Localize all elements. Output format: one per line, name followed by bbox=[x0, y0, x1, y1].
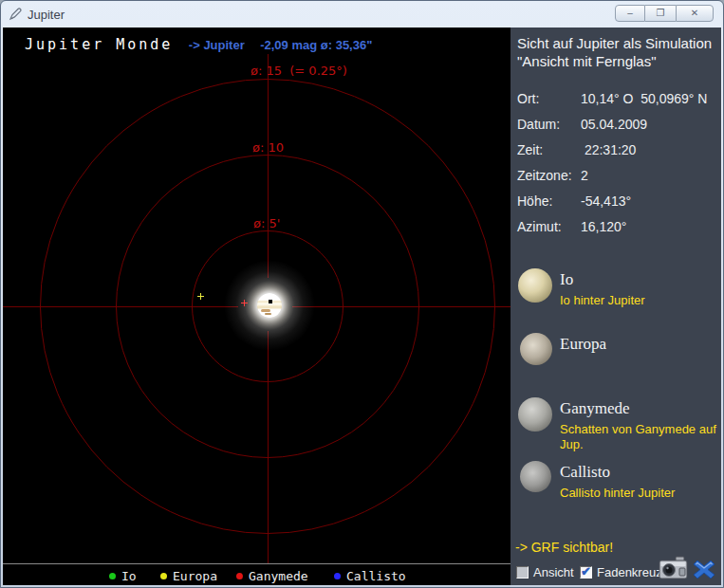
moon-name: Callisto bbox=[560, 463, 719, 482]
field-azimut: Azimut: 16,120° bbox=[517, 219, 720, 245]
field-datum: Datum: 05.04.2009 bbox=[517, 117, 720, 142]
europa-dot-icon bbox=[160, 573, 167, 579]
moon-entry-ganymede: Ganymede Schatten von Ganymede auf Jup. bbox=[518, 395, 719, 452]
field-label: Höhe: bbox=[517, 193, 581, 209]
ring-label-15: ø: 15 (= 0.25°) bbox=[251, 64, 347, 78]
field-zeitzone: Zeitzone: 2 bbox=[517, 168, 720, 193]
field-value: 16,120° bbox=[581, 219, 720, 234]
ganymede-shadow-dot bbox=[269, 300, 272, 303]
legend-label: Callisto bbox=[346, 569, 406, 583]
ganymede-sphere-icon bbox=[518, 397, 552, 432]
field-value: 22:31:20 bbox=[581, 142, 720, 157]
title-bar[interactable]: Jupiter – ❐ ✕ bbox=[1, 1, 723, 28]
field-value: 2 bbox=[581, 168, 720, 183]
legend-item-callisto: Callisto bbox=[334, 569, 406, 583]
legend-label: Ganymede bbox=[249, 569, 308, 583]
field-ort: Ort: 10,14° O 50,0969° N bbox=[517, 91, 720, 117]
close-icon[interactable]: ✕ bbox=[676, 5, 714, 22]
moon-status: Io hinter Jupiter bbox=[560, 293, 721, 308]
ganymede-dot-icon bbox=[236, 573, 243, 579]
info-panel: Sicht auf Jupiter als Simulation "Ansich… bbox=[511, 28, 721, 585]
field-label: Zeit: bbox=[517, 142, 581, 157]
moon-name: Europa bbox=[560, 335, 719, 354]
window-content: Jupiter Monde -> Jupiter -2,09 mag ø: 35… bbox=[3, 28, 721, 585]
canvas-title: Jupiter Monde bbox=[25, 36, 173, 53]
description-line1: Sicht auf Jupiter als Simulation bbox=[517, 34, 712, 52]
field-label: Ort: bbox=[517, 91, 581, 106]
observation-fields: Ort: 10,14° O 50,0969° N Datum: 05.04.20… bbox=[517, 91, 720, 245]
sky-canvas: Jupiter Monde -> Jupiter -2,09 mag ø: 35… bbox=[3, 28, 511, 585]
ansicht-checkbox[interactable] bbox=[516, 566, 529, 579]
caption-buttons: – ❐ ✕ bbox=[615, 5, 714, 22]
pencil-icon bbox=[9, 8, 22, 21]
ring-label-10: ø: 10 bbox=[252, 140, 284, 155]
legend-item-europa: Europa bbox=[160, 569, 217, 583]
canvas-target: -> Jupiter bbox=[189, 38, 245, 52]
grf-visible-note: -> GRF sichtbar! bbox=[515, 540, 613, 555]
moon-name: Ganymede bbox=[560, 399, 719, 418]
moon-status: Schatten von Ganymede auf Jup. bbox=[560, 422, 721, 452]
description-line2: "Ansicht mit Fernglas" bbox=[517, 52, 712, 70]
legend-item-ganymede: Ganymede bbox=[236, 569, 308, 583]
legend-label: Europa bbox=[173, 569, 217, 583]
io-dot-icon bbox=[109, 573, 116, 579]
field-hoehe: Höhe: -54,413° bbox=[517, 193, 720, 219]
field-value: -54,413° bbox=[581, 193, 720, 209]
ganymede-marker-icon bbox=[241, 300, 248, 306]
callisto-dot-icon bbox=[334, 573, 341, 579]
jupiter-band bbox=[265, 313, 271, 315]
jupiter-window: Jupiter – ❐ ✕ Jupiter Monde -> Jupiter -… bbox=[0, 0, 724, 588]
moon-entry-callisto: Callisto Callisto hinter Jupiter bbox=[518, 459, 719, 501]
field-label: Datum: bbox=[517, 117, 581, 132]
legend-item-io: Io bbox=[109, 569, 137, 583]
moon-status: Callisto hinter Jupiter bbox=[560, 486, 721, 501]
camera-screenshot-icon[interactable] bbox=[659, 555, 689, 584]
simulation-description: Sicht auf Jupiter als Simulation "Ansich… bbox=[517, 34, 712, 70]
fadenkreuz-checkbox[interactable]: ✔ bbox=[580, 566, 592, 579]
callisto-sphere-icon bbox=[520, 461, 551, 492]
ansicht-checkbox-label[interactable]: Ansicht bbox=[533, 565, 574, 579]
legend-separator bbox=[3, 563, 511, 564]
field-zeit: Zeit: 22:31:20 bbox=[517, 142, 720, 168]
io-sphere-icon bbox=[518, 268, 552, 303]
maximize-icon[interactable]: ❐ bbox=[645, 5, 676, 22]
legend-label: Io bbox=[121, 569, 137, 583]
jupiter-band bbox=[261, 309, 270, 312]
window-title: Jupiter bbox=[28, 8, 65, 22]
field-label: Zeitzone: bbox=[517, 168, 581, 183]
blue-x-close-icon[interactable] bbox=[691, 558, 717, 585]
europa-marker-icon bbox=[197, 293, 204, 300]
moon-name: Io bbox=[560, 270, 719, 289]
europa-sphere-icon bbox=[520, 333, 552, 365]
check-icon: ✔ bbox=[581, 565, 591, 578]
field-value: 05.04.2009 bbox=[581, 117, 720, 132]
fadenkreuz-checkbox-label[interactable]: Fadenkreuz bbox=[597, 565, 662, 579]
magnitude-diameter-info: -2,09 mag ø: 35,36" bbox=[260, 38, 372, 52]
field-label: Azimut: bbox=[517, 219, 581, 234]
ring-label-5: ø: 5' bbox=[253, 216, 280, 230]
moon-entry-io: Io Io hinter Jupiter bbox=[518, 266, 719, 308]
canvas-header: Jupiter Monde -> Jupiter -2,09 mag ø: 35… bbox=[25, 36, 372, 53]
field-value: 10,14° O 50,0969° N bbox=[581, 91, 720, 106]
moon-entry-europa: Europa bbox=[518, 331, 719, 358]
minimize-icon[interactable]: – bbox=[615, 5, 645, 22]
